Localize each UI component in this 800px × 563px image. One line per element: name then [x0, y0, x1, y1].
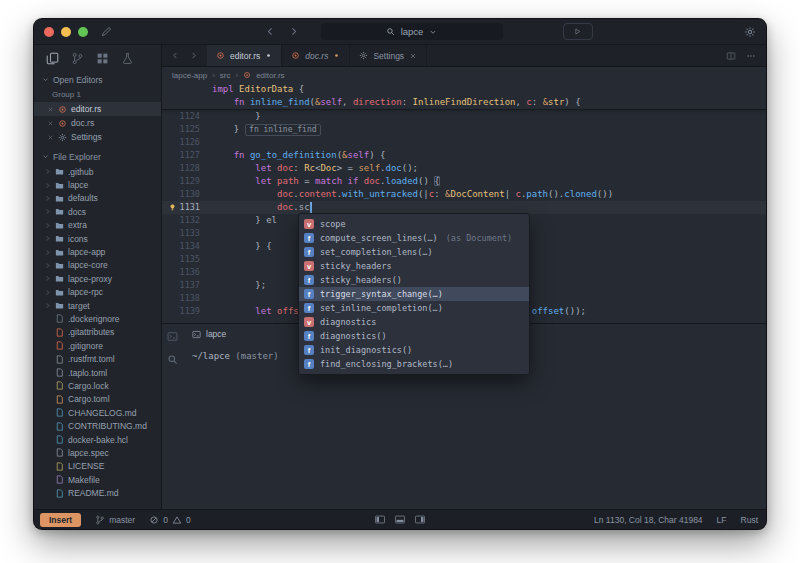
code-line[interactable]: impl EditorData { — [162, 83, 766, 96]
completion-item[interactable]: fcompute_screen_lines(…)(as Document) — [299, 231, 529, 245]
debug-icon[interactable] — [121, 52, 134, 65]
tree-item[interactable]: icons — [34, 232, 161, 245]
lightbulb-icon[interactable] — [168, 203, 177, 212]
breadcrumb-item[interactable]: editor.rs — [256, 71, 284, 80]
tree-item[interactable]: .dockerignore — [34, 312, 161, 325]
code-token: offset — [532, 306, 565, 316]
code-token: : — [434, 189, 445, 199]
more-actions-icon[interactable] — [746, 51, 756, 61]
code-text: doc.content.with_untracked(|c: &DocConte… — [212, 188, 613, 201]
completion-item[interactable]: fsticky_headers() — [299, 273, 529, 287]
tree-item[interactable]: lapce-proxy — [34, 272, 161, 285]
breadcrumb-item[interactable]: lapce-app — [172, 71, 207, 80]
tree-item[interactable]: docs — [34, 205, 161, 218]
tree-item[interactable]: lapce — [34, 178, 161, 191]
tree-item[interactable]: Cargo.lock — [34, 379, 161, 392]
completion-item[interactable]: fset_inline_completion(…) — [299, 301, 529, 315]
cursor-position[interactable]: Ln 1130, Col 18, Char 41984 — [594, 515, 703, 525]
diagnostics[interactable]: 0 0 — [149, 515, 190, 525]
nav-forward-icon[interactable] — [288, 26, 299, 37]
close-window-button[interactable] — [44, 27, 54, 37]
toggle-right-panel-icon[interactable] — [415, 514, 426, 525]
completion-item[interactable]: vscope — [299, 217, 529, 231]
tree-item[interactable]: .github — [34, 165, 161, 178]
completion-item[interactable]: vdiagnostics — [299, 315, 529, 329]
tab-editor.rs[interactable]: editor.rs — [207, 45, 282, 66]
line-ending[interactable]: LF — [717, 515, 727, 525]
tab-Settings[interactable]: Settings — [350, 45, 427, 66]
code-line-1126[interactable]: 1126 — [162, 136, 766, 149]
code-line-1125[interactable]: 1125 }fn inline_find — [162, 123, 766, 136]
completion-item[interactable]: ffind_enclosing_brackets(…) — [299, 357, 529, 371]
file-explorer-icon[interactable] — [46, 52, 59, 65]
completion-item[interactable]: vsticky_headers — [299, 259, 529, 273]
tree-item[interactable]: LICENSE — [34, 460, 161, 473]
file-explorer-header[interactable]: File Explorer — [34, 148, 161, 165]
tree-item[interactable]: .gitattributes — [34, 326, 161, 339]
code-line-1128[interactable]: 1128 let doc: Rc<Doc> = self.doc(); — [162, 162, 766, 175]
tree-item[interactable]: README.md — [34, 486, 161, 499]
panel-search-icon[interactable] — [167, 354, 178, 365]
tree-item[interactable]: lapce-rpc — [34, 286, 161, 299]
toggle-left-panel-icon[interactable] — [375, 514, 386, 525]
tree-item[interactable]: lapce-app — [34, 245, 161, 258]
zoom-window-button[interactable] — [78, 27, 88, 37]
tree-item[interactable]: Cargo.toml — [34, 393, 161, 406]
language-mode[interactable]: Rust — [741, 515, 758, 525]
tabs-forward-icon[interactable] — [189, 51, 198, 60]
run-button[interactable] — [563, 23, 593, 40]
breadcrumb-item[interactable]: src — [220, 71, 231, 80]
code-line-1124[interactable]: 1124 } — [162, 110, 766, 123]
tree-item[interactable]: docker-bake.hcl — [34, 433, 161, 446]
extensions-icon[interactable] — [96, 52, 109, 65]
completion-item[interactable]: fdiagnostics() — [299, 329, 529, 343]
toolbar-icon[interactable] — [100, 25, 113, 38]
tree-item[interactable]: target — [34, 299, 161, 312]
errors-count: 0 — [163, 515, 168, 525]
workspace-search[interactable]: lapce — [321, 23, 503, 40]
split-editor-icon[interactable] — [726, 51, 736, 61]
tree-item[interactable]: .taplo.toml — [34, 366, 161, 379]
completion-item[interactable]: ftrigger_syntax_change(…) — [299, 287, 529, 301]
tree-item[interactable]: defaults — [34, 192, 161, 205]
tree-item[interactable]: CONTRIBUTING.md — [34, 419, 161, 432]
code-line-1127[interactable]: 1127 fn go_to_definition(&self) { — [162, 149, 766, 162]
source-control-icon[interactable] — [71, 52, 84, 65]
close-icon[interactable] — [47, 106, 54, 113]
open-editor-item[interactable]: editor.rs — [34, 102, 161, 116]
toggle-bottom-panel-icon[interactable] — [395, 514, 406, 525]
tree-item[interactable]: extra — [34, 219, 161, 232]
mode-indicator[interactable]: Insert — [40, 513, 81, 527]
close-tab-icon[interactable] — [409, 52, 417, 60]
open-editor-item[interactable]: Settings — [34, 130, 161, 144]
minimize-window-button[interactable] — [61, 27, 71, 37]
settings-icon[interactable] — [744, 26, 756, 38]
chevron-right-icon — [44, 262, 51, 269]
tree-item[interactable]: Makefile — [34, 473, 161, 486]
terminal-tab[interactable]: lapce — [182, 329, 236, 339]
tabs-back-icon[interactable] — [171, 51, 180, 60]
code-line[interactable]: fn inline_find(&self, direction: InlineF… — [162, 96, 766, 109]
tree-item[interactable]: lapce.spec — [34, 446, 161, 459]
tab-doc.rs[interactable]: doc.rs — [282, 45, 350, 66]
folder-icon — [55, 274, 64, 283]
nav-back-icon[interactable] — [265, 26, 276, 37]
file-icon — [55, 435, 64, 444]
terminal-panel-icon[interactable] — [167, 331, 178, 342]
git-branch[interactable]: master — [95, 515, 135, 525]
close-icon[interactable] — [47, 134, 54, 141]
tree-item[interactable]: lapce-core — [34, 259, 161, 272]
completion-item[interactable]: fset_completion_lens(…) — [299, 245, 529, 259]
open-editors-header[interactable]: Open Editors — [34, 71, 161, 88]
open-editor-item[interactable]: doc.rs — [34, 116, 161, 130]
tree-item[interactable]: .gitignore — [34, 339, 161, 352]
completion-item[interactable]: finit_diagnostics() — [299, 343, 529, 357]
code-line-1130[interactable]: 1130 doc.content.with_untracked(|c: &Doc… — [162, 188, 766, 201]
tree-item[interactable]: CHANGELOG.md — [34, 406, 161, 419]
file-icon — [55, 355, 64, 364]
code-line-1129[interactable]: 1129 let path = match if doc.loaded() { — [162, 175, 766, 188]
tree-item-label: Cargo.lock — [68, 381, 109, 391]
code-token: match — [315, 176, 348, 186]
tree-item[interactable]: .rustfmt.toml — [34, 352, 161, 365]
close-icon[interactable] — [47, 120, 54, 127]
